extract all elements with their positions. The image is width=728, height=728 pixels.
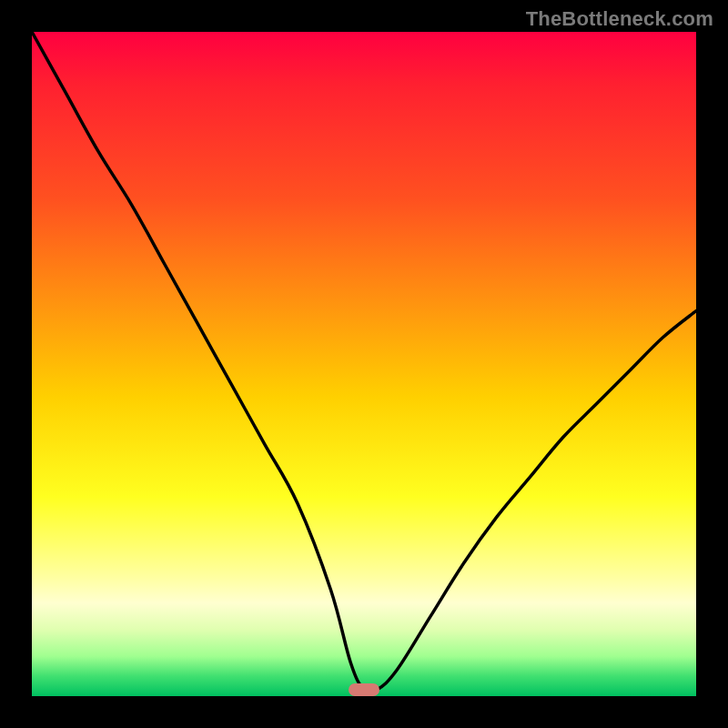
optimal-marker <box>349 683 379 696</box>
chart-frame: TheBottleneck.com <box>0 0 728 728</box>
plot-area <box>32 32 696 696</box>
bottleneck-curve <box>32 32 696 696</box>
curve-path <box>32 32 696 693</box>
watermark-text: TheBottleneck.com <box>526 7 713 31</box>
